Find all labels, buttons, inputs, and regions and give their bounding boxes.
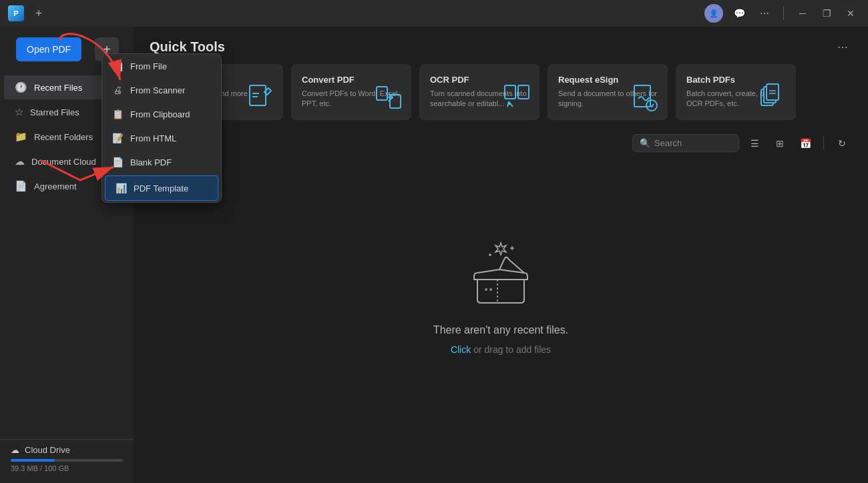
search-icon: 🔍 xyxy=(640,138,650,148)
tool-card-convert-pdf[interactable]: Convert PDF Convert PDFs to Word, Excel,… xyxy=(291,64,411,120)
toolbar-right: 🔍 ☰ ⊞ 📅 ↻ xyxy=(632,133,852,153)
svg-rect-7 xyxy=(518,85,529,99)
search-input[interactable] xyxy=(654,138,732,148)
svg-rect-3 xyxy=(377,87,387,100)
pdf-template-icon: 📊 xyxy=(115,183,127,193)
tools-row: Edit PDF Edit text, images and more Conv… xyxy=(134,64,868,133)
click-link[interactable]: Click xyxy=(451,344,471,355)
svg-point-23 xyxy=(489,288,492,291)
sidebar-label-starred-files: Starred Files xyxy=(30,107,79,117)
app-icon: P xyxy=(8,5,24,21)
from-html-icon: 📝 xyxy=(112,133,124,143)
empty-box-icon xyxy=(461,236,541,316)
empty-subtitle-rest: or drag to add files xyxy=(473,344,551,355)
svg-rect-13 xyxy=(767,84,779,100)
dropdown-menu: 📄 From File 🖨 From Scanner 📋 From Clipbo… xyxy=(101,53,222,203)
sidebar-bottom: ☁ Cloud Drive 39.3 MB / 100 GB xyxy=(0,439,134,478)
new-tab-button[interactable]: + xyxy=(29,4,48,23)
dropdown-item-blank-pdf[interactable]: 📄 Blank PDF xyxy=(102,150,221,174)
svg-point-10 xyxy=(646,100,657,111)
tool-card-ocr-pdf[interactable]: OCR PDF Turn scanned documents into sear… xyxy=(419,64,539,120)
edit-pdf-icon xyxy=(246,83,275,112)
svg-rect-6 xyxy=(505,85,515,99)
starred-files-icon: ☆ xyxy=(15,106,23,118)
blank-pdf-icon: 📄 xyxy=(112,157,124,167)
cloud-drive-icon: ☁ xyxy=(11,445,19,455)
ocr-pdf-icon xyxy=(502,83,531,112)
sidebar-label-document-cloud: Document Cloud xyxy=(31,157,96,167)
close-button[interactable]: ✕ xyxy=(841,4,860,23)
empty-state-subtitle: Click or drag to add files xyxy=(451,344,551,355)
tool-card-batch-pdfs[interactable]: Batch PDFs Batch convert, create, print,… xyxy=(676,64,796,120)
storage-progress-bar xyxy=(11,459,123,462)
content-area: Quick Tools ⋯ Edit PDF Edit text, images… xyxy=(134,27,868,483)
content-header: Quick Tools ⋯ xyxy=(134,27,868,64)
document-cloud-icon: ☁ xyxy=(15,155,25,167)
tool-card-request-esign[interactable]: Request eSign Send a document to others … xyxy=(548,64,668,120)
svg-rect-9 xyxy=(634,85,650,107)
open-pdf-button[interactable]: Open PDF xyxy=(16,37,81,61)
svg-rect-0 xyxy=(250,85,266,105)
from-clipboard-icon: 📋 xyxy=(112,109,124,119)
maximize-button[interactable]: ❐ xyxy=(817,4,836,23)
batch-pdfs-icon xyxy=(758,83,788,112)
titlebar: P + 👤 💬 ⋯ ─ ❐ ✕ xyxy=(0,0,868,27)
storage-text: 39.3 MB / 100 GB xyxy=(11,464,123,472)
page-title: Quick Tools xyxy=(150,39,225,55)
from-scanner-label: From Scanner xyxy=(130,85,185,95)
dropdown-item-from-html[interactable]: 📝 From HTML xyxy=(102,126,221,150)
blank-pdf-label: Blank PDF xyxy=(130,157,172,167)
more-options-button[interactable]: ⋯ xyxy=(755,4,774,23)
pdf-template-label: PDF Template xyxy=(134,183,188,193)
dropdown-item-from-file[interactable]: 📄 From File xyxy=(102,54,221,78)
toolbar-divider xyxy=(823,137,824,150)
esign-icon xyxy=(630,83,660,112)
titlebar-right: 👤 💬 ⋯ ─ ❐ ✕ xyxy=(704,4,860,23)
convert-pdf-icon xyxy=(374,83,403,112)
svg-point-22 xyxy=(485,288,487,291)
cloud-drive[interactable]: ☁ Cloud Drive xyxy=(11,445,123,455)
from-html-label: From HTML xyxy=(130,133,176,143)
recent-folders-icon: 📁 xyxy=(15,131,27,143)
calendar-view-button[interactable]: 📅 xyxy=(795,133,815,153)
dropdown-item-from-scanner[interactable]: 🖨 From Scanner xyxy=(102,78,221,102)
agreement-icon: 📄 xyxy=(15,180,27,192)
from-file-icon: 📄 xyxy=(112,61,124,71)
sidebar-label-recent-folders: Recent Folders xyxy=(34,132,93,142)
empty-state-title: There aren't any recent files. xyxy=(433,324,568,336)
empty-state: There aren't any recent files. Click or … xyxy=(134,161,868,483)
from-file-label: From File xyxy=(130,61,167,71)
list-view-button[interactable]: ☰ xyxy=(744,133,765,153)
from-clipboard-label: From Clipboard xyxy=(130,109,190,119)
dropdown-item-pdf-template[interactable]: 📊 PDF Template xyxy=(105,175,218,201)
dropdown-item-from-clipboard[interactable]: 📋 From Clipboard xyxy=(102,102,221,126)
refresh-button[interactable]: ↻ xyxy=(832,133,852,153)
sidebar-label-recent-files: Recent Files xyxy=(34,83,82,93)
sidebar-label-agreement: Agreement xyxy=(34,181,77,191)
toolbar-row: S 🔍 ☰ ⊞ 📅 ↻ xyxy=(134,133,868,161)
storage-progress-fill xyxy=(11,459,55,462)
chat-button[interactable]: 💬 xyxy=(730,4,748,23)
avatar[interactable]: 👤 xyxy=(704,4,723,23)
grid-view-button[interactable]: ⊞ xyxy=(770,133,790,153)
recent-files-icon: 🕐 xyxy=(15,81,27,93)
content-more-button[interactable]: ⋯ xyxy=(833,37,852,56)
from-scanner-icon: 🖨 xyxy=(112,85,124,95)
window-controls: ─ ❐ ✕ xyxy=(793,4,860,23)
minimize-button[interactable]: ─ xyxy=(793,4,812,23)
titlebar-divider xyxy=(783,7,784,20)
cloud-drive-label: Cloud Drive xyxy=(25,445,70,455)
search-box: 🔍 xyxy=(632,134,739,152)
titlebar-left: P + xyxy=(8,4,48,23)
